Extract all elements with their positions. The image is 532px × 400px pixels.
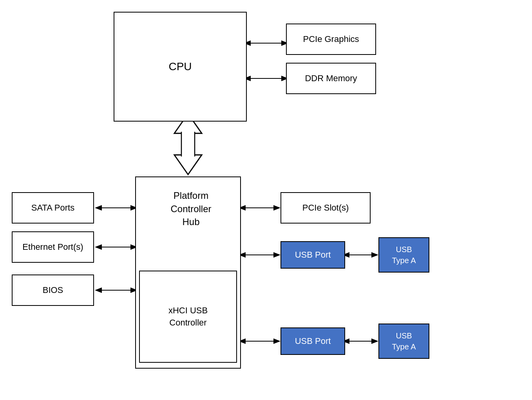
pcie-slots-label: PCIe Slot(s) <box>302 203 349 213</box>
svg-marker-13 <box>95 205 102 211</box>
usb-type-a-top-box: USBType A <box>378 237 429 273</box>
sata-ports-box: SATA Ports <box>12 192 94 224</box>
usb-port-bot-box: USB Port <box>280 327 345 355</box>
pcie-slots-box: PCIe Slot(s) <box>280 192 371 224</box>
cpu-box: CPU <box>114 12 247 122</box>
bios-label: BIOS <box>43 285 63 295</box>
bios-box: BIOS <box>12 275 94 306</box>
svg-marker-35 <box>371 338 378 344</box>
svg-marker-23 <box>273 205 280 211</box>
usb-port-bot-label: USB Port <box>295 336 331 346</box>
pch-label: PlatformControllerHub <box>170 185 211 229</box>
svg-marker-19 <box>95 287 102 293</box>
cpu-label: CPU <box>168 60 192 73</box>
ddr-memory-label: DDR Memory <box>305 73 357 84</box>
svg-marker-2 <box>174 155 202 175</box>
svg-marker-26 <box>273 252 280 258</box>
xhci-label: xHCI USBController <box>168 305 208 329</box>
svg-marker-16 <box>95 244 102 250</box>
diagram: CPU PCIe Graphics DDR Memory PlatformCon… <box>0 0 532 400</box>
sata-ports-label: SATA Ports <box>31 203 74 213</box>
usb-type-a-bot-label: USBType A <box>392 330 416 352</box>
usb-port-top-box: USB Port <box>280 241 345 269</box>
pcie-graphics-box: PCIe Graphics <box>286 24 376 55</box>
ethernet-box: Ethernet Port(s) <box>12 231 94 263</box>
usb-port-top-label: USB Port <box>295 250 331 260</box>
usb-type-a-top-label: USBType A <box>392 244 416 266</box>
ddr-memory-box: DDR Memory <box>286 63 376 94</box>
pcie-graphics-label: PCIe Graphics <box>303 34 359 44</box>
svg-marker-29 <box>371 252 378 258</box>
ethernet-label: Ethernet Port(s) <box>22 242 83 252</box>
usb-type-a-bot-box: USBType A <box>378 324 429 359</box>
svg-rect-3 <box>181 132 195 156</box>
xhci-box: xHCI USBController <box>139 271 237 363</box>
svg-marker-32 <box>273 338 280 344</box>
